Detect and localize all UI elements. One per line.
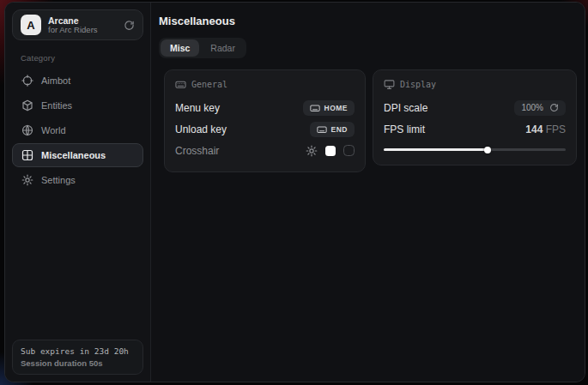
- monitor-icon: [384, 79, 395, 90]
- subscription-info: Sub expires in 23d 20h Session duration …: [12, 340, 143, 375]
- sidebar-item-label: Entities: [41, 100, 72, 111]
- session-duration-text: Session duration 50s: [21, 358, 135, 368]
- keyboard-icon: [317, 124, 327, 135]
- sidebar: A Arcane for Arc Riders Category Aimbot: [5, 3, 151, 382]
- page-title: Miscellaneous: [159, 15, 577, 27]
- tab-radar[interactable]: Radar: [201, 39, 245, 57]
- sidebar-nav: Aimbot Entities World: [12, 69, 143, 192]
- fps-limit-row: FPS limit 144 FPS: [384, 118, 566, 140]
- app-window: A Arcane for Arc Riders Category Aimbot: [4, 2, 585, 382]
- grid-icon: [21, 149, 33, 161]
- fps-unit: FPS: [546, 123, 566, 135]
- fps-limit-label: FPS limit: [384, 123, 425, 135]
- sidebar-item-entities[interactable]: Entities: [12, 93, 143, 117]
- crosshair-label: Crosshair: [175, 145, 219, 157]
- unload-key-value: END: [331, 125, 348, 134]
- fps-limit-value: 144 FPS: [525, 123, 566, 135]
- sidebar-item-world[interactable]: World: [12, 118, 143, 142]
- app-title: Arcane: [48, 15, 98, 26]
- dpi-scale-value: 100%: [521, 103, 543, 112]
- fps-slider-fill: [384, 148, 488, 151]
- cards-row: General Menu key HOME Unload key: [164, 69, 577, 172]
- menu-key-row: Menu key HOME: [175, 97, 355, 118]
- crosshair-icon: [21, 75, 33, 87]
- keyboard-icon: [310, 103, 320, 113]
- gear-icon: [21, 174, 33, 186]
- keyboard-icon: [175, 79, 186, 90]
- cycle-icon: [549, 103, 559, 112]
- sub-expires-text: Sub expires in 23d 20h: [21, 346, 135, 356]
- unload-key-label: Unload key: [175, 123, 227, 135]
- app-titles: Arcane for Arc Riders: [48, 15, 98, 35]
- main-content: Miscellaneous Misc Radar General Menu ke…: [151, 3, 585, 382]
- crosshair-settings-gear-icon[interactable]: [306, 145, 318, 157]
- sidebar-item-label: World: [41, 125, 66, 135]
- general-card-title: General: [191, 80, 227, 89]
- crosshair-checkbox[interactable]: [343, 145, 355, 156]
- unload-key-row: Unload key END: [175, 118, 355, 140]
- box-icon: [21, 99, 33, 111]
- menu-key-label: Menu key: [175, 102, 220, 114]
- sidebar-item-aimbot[interactable]: Aimbot: [12, 69, 143, 93]
- sidebar-item-label: Aimbot: [41, 75, 70, 86]
- menu-key-value: HOME: [324, 104, 349, 112]
- sidebar-item-label: Miscellaneous: [41, 150, 106, 160]
- display-card-header: Display: [384, 79, 566, 90]
- category-label: Category: [21, 53, 135, 63]
- dpi-scale-row: DPI scale 100%: [384, 97, 566, 118]
- menu-key-bind-button[interactable]: HOME: [303, 100, 355, 116]
- unload-key-bind-button[interactable]: END: [310, 122, 355, 137]
- display-card-title: Display: [400, 80, 436, 89]
- fps-limit-slider[interactable]: [384, 144, 566, 154]
- tab-misc[interactable]: Misc: [161, 39, 199, 57]
- fps-number: 144: [525, 123, 543, 135]
- general-card-header: General: [175, 79, 355, 90]
- display-card: Display DPI scale 100% FPS limit 144: [373, 69, 577, 165]
- app-logo: A: [21, 15, 41, 35]
- sidebar-item-label: Settings: [41, 175, 76, 185]
- app-subtitle: for Arc Riders: [48, 26, 98, 35]
- crosshair-color-swatch[interactable]: [325, 146, 336, 156]
- app-header-card: A Arcane for Arc Riders: [12, 9, 143, 40]
- crosshair-row: Crosshair: [175, 140, 355, 161]
- refresh-icon[interactable]: [124, 20, 135, 31]
- dpi-scale-select[interactable]: 100%: [514, 100, 566, 116]
- globe-icon: [21, 124, 33, 136]
- fps-slider-thumb[interactable]: [484, 147, 491, 153]
- sidebar-item-settings[interactable]: Settings: [12, 168, 143, 192]
- general-card: General Menu key HOME Unload key: [164, 69, 366, 172]
- crosshair-controls: [306, 145, 355, 157]
- dpi-scale-label: DPI scale: [384, 102, 427, 114]
- sidebar-item-miscellaneous[interactable]: Miscellaneous: [12, 143, 143, 167]
- tab-bar: Misc Radar: [159, 38, 246, 58]
